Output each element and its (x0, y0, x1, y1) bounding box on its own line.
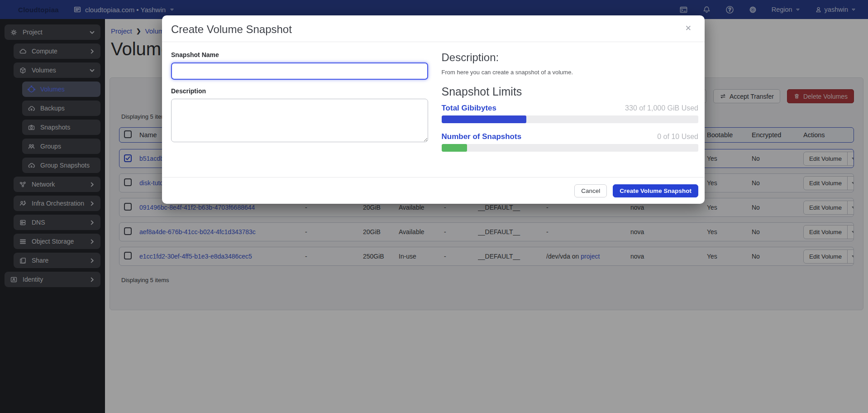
total-gibibytes-progressbar (442, 115, 699, 123)
snapshot-limits-heading: Snapshot Limits (442, 85, 699, 98)
cancel-button[interactable]: Cancel (574, 184, 607, 197)
number-of-snapshots-progress-fill (442, 144, 467, 152)
snapshot-description-label: Description (171, 87, 428, 95)
number-of-snapshots-label: Number of Snapshots (442, 132, 522, 141)
close-icon[interactable]: ✕ (684, 23, 693, 34)
total-gibibytes-progress-fill (442, 115, 526, 123)
number-of-snapshots-usage: 0 of 10 Used (657, 133, 698, 141)
modal-title: Create Volume Snapshot (171, 23, 292, 36)
snapshot-description-textarea[interactable] (171, 99, 428, 142)
number-of-snapshots-progressbar (442, 144, 699, 152)
snapshot-name-input[interactable] (171, 62, 428, 80)
total-gibibytes-label: Total Gibibytes (442, 104, 497, 113)
snapshot-name-label: Snapshot Name (171, 51, 428, 58)
total-gibibytes-usage: 330 of 1,000 GiB Used (625, 104, 698, 112)
modal-info-body: From here you can create a snapshot of a… (442, 69, 699, 76)
modal-info-heading: Description: (442, 51, 699, 64)
create-volume-snapshot-button[interactable]: Create Volume Snapshot (613, 184, 698, 197)
create-volume-snapshot-modal: Create Volume Snapshot ✕ Snapshot Name D… (162, 15, 705, 204)
